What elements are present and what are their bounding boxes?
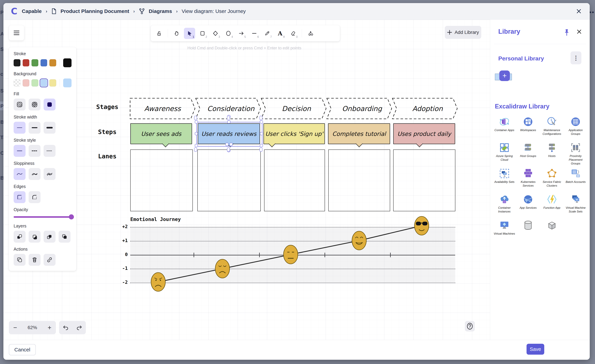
save-button[interactable]: Save (527, 344, 544, 355)
tool-text[interactable]: A 8 (275, 28, 286, 39)
stroke-width-bold-button[interactable] (28, 122, 41, 134)
send-backward-button[interactable] (28, 231, 41, 243)
fill-hachure-button[interactable] (14, 98, 26, 111)
lane-box[interactable] (264, 149, 325, 211)
sloppiness-cartoonist-button[interactable] (44, 168, 56, 180)
background-color-swatch-selected[interactable] (41, 79, 47, 86)
library-item[interactable] (540, 220, 564, 245)
selection-handle-w[interactable] (195, 132, 198, 135)
background-color-swatch[interactable] (31, 79, 38, 86)
add-library-button[interactable]: Add Library (445, 26, 481, 39)
emoji-neutral[interactable] (283, 245, 298, 264)
library-item[interactable]: Host Groups (516, 142, 540, 168)
breadcrumb-document[interactable]: Product Planning Document (60, 8, 129, 14)
tool-rectangle[interactable]: 2 (197, 28, 208, 39)
excalidraw-canvas[interactable]: 1 2 3 4 5 6 7 (3, 20, 490, 340)
library-item[interactable]: Container Apps (492, 116, 516, 142)
breadcrumb-section[interactable]: Diagrams (149, 8, 172, 14)
emoji-sad[interactable] (215, 259, 230, 278)
zoom-level[interactable]: 62% (28, 325, 37, 330)
tool-ellipse[interactable]: 4 (223, 28, 234, 39)
stroke-color-swatch[interactable] (14, 59, 21, 66)
edges-round-button[interactable] (28, 191, 41, 203)
step-bubble[interactable]: Uses product daily (393, 123, 455, 144)
tail-point-handle[interactable] (229, 143, 233, 146)
library-item[interactable]: Azure Spring Cloud (492, 142, 516, 168)
lane-box[interactable] (130, 149, 193, 211)
lane-box[interactable] (328, 149, 390, 211)
stroke-color-swatch[interactable] (41, 59, 47, 66)
library-close-icon[interactable] (576, 28, 582, 35)
modal-close-icon[interactable] (575, 7, 583, 15)
bring-to-front-button[interactable] (59, 231, 71, 243)
stroke-style-dotted-button[interactable] (44, 145, 56, 157)
bring-forward-button[interactable] (44, 231, 56, 243)
stage-shape[interactable]: Awareness (130, 98, 195, 119)
library-item[interactable] (516, 220, 540, 245)
selection-handle-se[interactable] (260, 144, 263, 147)
selection-handle-e[interactable] (260, 132, 263, 135)
selection-handle-ne[interactable] (260, 120, 263, 123)
selection-handle-s[interactable] (225, 143, 229, 146)
tool-lock[interactable] (153, 28, 165, 39)
step-bubble[interactable]: Completes tutorial (328, 123, 390, 144)
sloppiness-artist-button[interactable] (28, 168, 41, 180)
tool-selection[interactable]: 1 (184, 28, 195, 39)
tool-draw[interactable]: 7 (262, 28, 273, 39)
link-button[interactable] (44, 254, 56, 266)
emoji-cool[interactable] (414, 216, 429, 235)
selection-handle-nw[interactable] (195, 120, 198, 123)
stroke-current-color[interactable] (63, 58, 71, 67)
library-item[interactable]: Kubernetes Services (516, 168, 540, 193)
stroke-style-solid-button[interactable] (14, 145, 26, 157)
lane-box[interactable] (197, 149, 261, 211)
redo-button[interactable] (76, 325, 82, 330)
sloppiness-architect-button[interactable] (14, 168, 26, 180)
tool-hand[interactable] (171, 28, 182, 39)
library-item[interactable]: Virtual Machines (492, 220, 516, 245)
tool-arrow[interactable]: 5 (236, 28, 247, 39)
send-to-back-button[interactable] (14, 231, 26, 243)
edges-sharp-button[interactable] (14, 191, 26, 203)
tool-diamond[interactable]: 3 (210, 28, 221, 39)
opacity-knob[interactable] (69, 214, 74, 219)
stroke-color-swatch[interactable] (23, 59, 29, 66)
cancel-button[interactable]: Cancel (9, 344, 36, 355)
library-item[interactable]: Hosts (540, 142, 564, 168)
personal-library-add-item[interactable]: + (495, 70, 520, 84)
background-color-swatch-transparent[interactable] (14, 79, 21, 86)
fill-crosshatch-button[interactable] (28, 98, 41, 111)
fill-solid-button[interactable] (44, 98, 56, 111)
emoji-happy[interactable] (352, 231, 366, 250)
stage-shape[interactable]: Adoption (392, 98, 458, 119)
selection-handle-n[interactable] (227, 120, 230, 123)
breadcrumb-app[interactable]: Capable (22, 8, 42, 14)
pin-icon[interactable] (563, 28, 570, 36)
undo-button[interactable] (63, 325, 69, 330)
library-item[interactable]: Application Groups (564, 116, 588, 142)
background-color-swatch[interactable] (23, 79, 29, 86)
library-item[interactable]: Virtual Machine Scale Sets (564, 194, 588, 219)
library-item[interactable]: Workspaces (516, 116, 540, 142)
tool-line[interactable]: 6 (249, 28, 260, 39)
library-item[interactable]: Proximity Placement Groups (564, 142, 588, 168)
selection-handle-sw[interactable] (195, 144, 198, 147)
library-item[interactable]: Container Instances (492, 194, 516, 219)
stage-shape[interactable]: Onboarding (326, 98, 392, 119)
lane-box[interactable] (393, 149, 455, 211)
duplicate-button[interactable] (14, 254, 26, 266)
library-item[interactable]: Batch Accounts (564, 168, 588, 193)
stroke-width-extrabold-button[interactable] (44, 122, 56, 134)
stroke-width-thin-button[interactable] (14, 122, 26, 134)
library-item[interactable]: Maintenance Configurations (540, 116, 564, 142)
background-current-color[interactable] (63, 78, 71, 87)
opacity-slider[interactable] (14, 214, 73, 219)
zoom-out-button[interactable]: − (13, 324, 17, 331)
library-item[interactable]: App Services (516, 194, 540, 219)
library-item[interactable]: Function App (540, 194, 564, 219)
background-color-swatch[interactable] (50, 79, 56, 86)
stroke-color-swatch[interactable] (31, 59, 38, 66)
tool-more-shapes[interactable] (305, 28, 316, 39)
step-bubble[interactable]: User clicks 'Sign up' (263, 123, 325, 144)
stroke-color-swatch[interactable] (50, 59, 56, 66)
